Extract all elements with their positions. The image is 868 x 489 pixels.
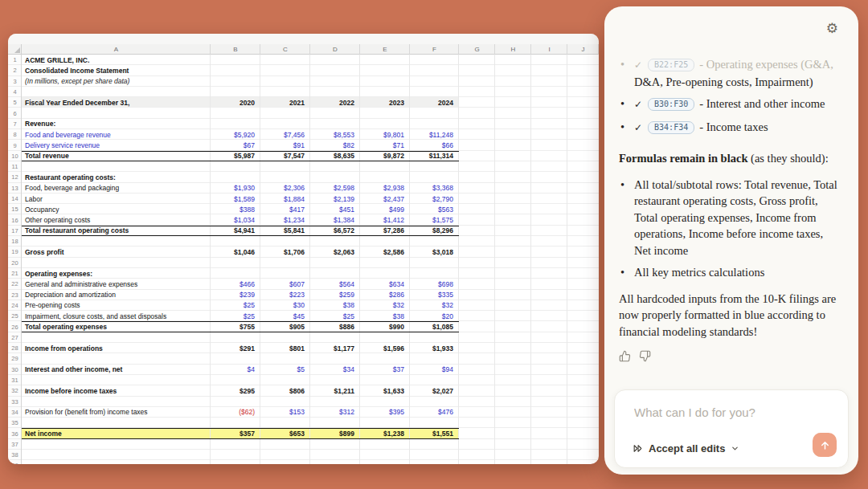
empty-cell[interactable]: [531, 161, 567, 172]
empty-cell[interactable]: [459, 385, 495, 396]
empty-cell[interactable]: [567, 321, 599, 332]
empty-cell[interactable]: [567, 247, 599, 257]
label-cell[interactable]: [22, 450, 211, 460]
value-cell[interactable]: $5,841: [260, 226, 310, 236]
value-cell[interactable]: [260, 258, 310, 268]
row-number[interactable]: 11: [8, 161, 22, 172]
empty-cell[interactable]: [495, 375, 531, 385]
value-cell[interactable]: [310, 161, 360, 172]
value-cell[interactable]: $295: [211, 385, 260, 396]
empty-cell[interactable]: [459, 418, 495, 428]
value-cell[interactable]: $801: [260, 343, 310, 353]
empty-cell[interactable]: [531, 204, 567, 214]
value-cell[interactable]: $653: [260, 428, 310, 438]
value-cell[interactable]: [260, 397, 310, 407]
value-cell[interactable]: [310, 108, 360, 118]
value-cell[interactable]: $395: [360, 407, 410, 418]
value-cell[interactable]: $899: [310, 428, 360, 438]
empty-cell[interactable]: [531, 108, 567, 118]
value-cell[interactable]: [360, 119, 410, 129]
value-cell[interactable]: $1,633: [360, 385, 410, 396]
row-number[interactable]: 7: [8, 119, 22, 129]
value-cell[interactable]: [410, 65, 459, 75]
row-number[interactable]: 2: [8, 65, 22, 75]
value-cell[interactable]: $239: [211, 290, 260, 300]
row-number[interactable]: 8: [8, 129, 22, 140]
settings-gear-icon[interactable]: ⚙: [826, 22, 838, 35]
value-cell[interactable]: $3,018: [410, 247, 459, 257]
empty-cell[interactable]: [567, 300, 599, 311]
value-cell[interactable]: $1,551: [410, 428, 459, 438]
value-cell[interactable]: [410, 76, 459, 87]
value-cell[interactable]: $9,801: [360, 129, 410, 140]
value-cell[interactable]: 2023: [360, 97, 410, 108]
empty-cell[interactable]: [459, 397, 495, 407]
accept-all-edits-button[interactable]: Accept all edits: [633, 442, 739, 454]
value-cell[interactable]: $20: [410, 311, 459, 321]
value-cell[interactable]: [360, 375, 410, 385]
value-cell[interactable]: $357: [211, 428, 260, 438]
empty-cell[interactable]: [567, 460, 599, 464]
value-cell[interactable]: $990: [360, 321, 410, 332]
column-header-E[interactable]: E: [360, 44, 410, 55]
empty-cell[interactable]: [567, 397, 599, 407]
label-cell[interactable]: (In millions, except per share data): [22, 76, 211, 87]
value-cell[interactable]: $564: [310, 279, 360, 289]
empty-cell[interactable]: [495, 397, 531, 407]
value-cell[interactable]: $259: [310, 290, 360, 300]
row-number[interactable]: 5: [8, 97, 22, 108]
row-number[interactable]: 15: [8, 204, 22, 214]
column-header-B[interactable]: B: [211, 44, 260, 55]
value-cell[interactable]: [410, 375, 459, 385]
value-cell[interactable]: [310, 332, 360, 343]
value-cell[interactable]: $6,572: [310, 226, 360, 236]
cell-range-badge[interactable]: B34:F34: [648, 121, 694, 134]
empty-cell[interactable]: [531, 226, 567, 236]
label-cell[interactable]: Fiscal Year Ended December 31,: [22, 97, 211, 108]
row-number[interactable]: 31: [8, 375, 22, 385]
value-cell[interactable]: $3,368: [410, 183, 459, 194]
value-cell[interactable]: $45: [260, 311, 310, 321]
value-cell[interactable]: $886: [310, 321, 360, 332]
value-cell[interactable]: $291: [211, 343, 260, 353]
value-cell[interactable]: $25: [310, 311, 360, 321]
empty-cell[interactable]: [531, 407, 567, 418]
empty-cell[interactable]: [495, 161, 531, 172]
value-cell[interactable]: [310, 87, 360, 97]
value-cell[interactable]: [211, 76, 260, 87]
empty-cell[interactable]: [459, 151, 495, 161]
value-cell[interactable]: $2,027: [410, 385, 459, 396]
value-cell[interactable]: $2,139: [310, 194, 360, 204]
empty-cell[interactable]: [459, 172, 495, 182]
empty-cell[interactable]: [531, 65, 567, 75]
value-cell[interactable]: [211, 172, 260, 182]
value-cell[interactable]: $5,920: [211, 129, 260, 140]
value-cell[interactable]: [211, 87, 260, 97]
empty-cell[interactable]: [495, 450, 531, 460]
empty-cell[interactable]: [567, 194, 599, 204]
label-cell[interactable]: ACME GRILLE, INC.: [22, 55, 211, 65]
empty-cell[interactable]: [495, 258, 531, 268]
value-cell[interactable]: [260, 108, 310, 118]
label-cell[interactable]: Total operating expenses: [22, 321, 211, 332]
empty-cell[interactable]: [495, 247, 531, 257]
empty-cell[interactable]: [459, 268, 495, 279]
value-cell[interactable]: 2024: [410, 97, 459, 108]
value-cell[interactable]: $1,211: [310, 385, 360, 396]
label-cell[interactable]: Labor: [22, 194, 211, 204]
value-cell[interactable]: $1,177: [310, 343, 360, 353]
value-cell[interactable]: [211, 161, 260, 172]
value-cell[interactable]: [211, 450, 260, 460]
empty-cell[interactable]: [459, 226, 495, 236]
empty-cell[interactable]: [531, 439, 567, 450]
label-cell[interactable]: General and administrative expenses: [22, 279, 211, 289]
value-cell[interactable]: $9,872: [360, 151, 410, 161]
value-cell[interactable]: $476: [410, 407, 459, 418]
value-cell[interactable]: $1,238: [360, 428, 410, 438]
row-number[interactable]: 38: [8, 450, 22, 460]
value-cell[interactable]: [260, 161, 310, 172]
empty-cell[interactable]: [531, 365, 567, 375]
empty-cell[interactable]: [567, 290, 599, 300]
empty-cell[interactable]: [567, 183, 599, 194]
value-cell[interactable]: $563: [410, 204, 459, 214]
